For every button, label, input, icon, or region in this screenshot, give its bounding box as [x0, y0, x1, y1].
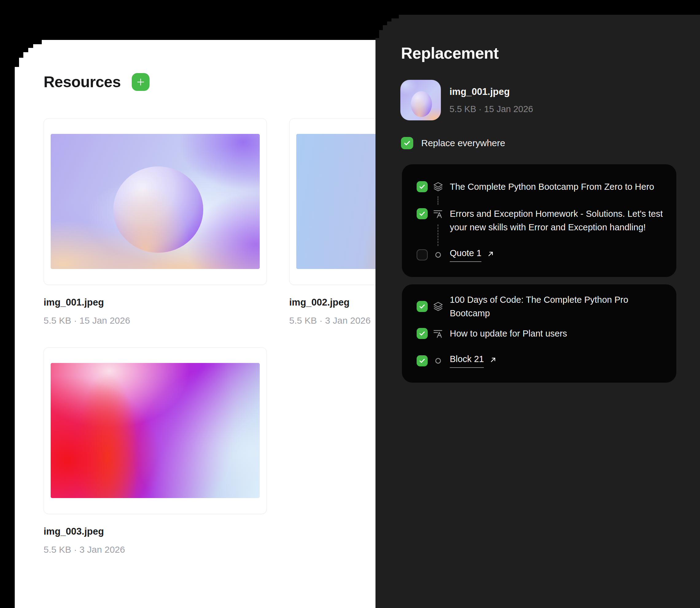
file-info: img_001.jpeg 5.5 KB · 15 Jan 2026	[449, 86, 533, 114]
row-checkbox[interactable]	[416, 249, 428, 260]
text-style-icon	[433, 328, 444, 339]
replacement-row-quote: Quote 1	[416, 248, 665, 262]
plus-icon	[136, 77, 145, 87]
row-checkbox[interactable]	[416, 208, 428, 219]
resources-header: Resources	[44, 73, 150, 91]
circle-icon	[433, 355, 444, 366]
replacement-row-lecture: Errors and Exception Homework - Solution…	[416, 207, 665, 234]
add-resource-button[interactable]	[132, 73, 150, 91]
resource-card-img-001[interactable]: img_001.jpeg 5.5 KB · 15 Jan 2026	[44, 118, 267, 326]
link-text: Quote 1	[450, 248, 481, 262]
row-text: Errors and Exception Homework - Solution…	[450, 207, 663, 234]
sphere-graphic	[113, 167, 203, 253]
row-checkbox[interactable]	[416, 355, 428, 366]
replacement-row-course: The Complete Python Bootcamp From Zero t…	[416, 180, 665, 193]
link-text: Block 21	[450, 354, 484, 368]
file-meta: 5.5 KB · 15 Jan 2026	[449, 104, 533, 114]
check-icon	[419, 357, 426, 364]
text-style-icon	[433, 208, 444, 219]
resource-image	[51, 363, 260, 498]
resource-image	[51, 134, 260, 269]
arrow-up-right-icon	[489, 356, 498, 364]
replacement-panel: Replacement img_001.jpeg 5.5 KB · 15 Jan…	[375, 15, 700, 608]
resource-thumbnail-frame	[44, 118, 267, 285]
arrow-up-right-icon	[486, 250, 495, 258]
row-checkbox[interactable]	[416, 328, 428, 339]
row-checkbox[interactable]	[416, 301, 428, 312]
row-text: The Complete Python Bootcamp From Zero t…	[450, 180, 654, 193]
check-icon	[419, 330, 426, 337]
row-checkbox[interactable]	[416, 181, 428, 192]
resource-thumbnail-frame	[44, 347, 267, 514]
row-text: How to update for Plant users	[450, 327, 567, 340]
selected-file-row: img_001.jpeg 5.5 KB · 15 Jan 2026	[400, 80, 533, 120]
resource-card-img-003[interactable]: img_003.jpeg 5.5 KB · 3 Jan 2026	[44, 347, 267, 555]
resources-title: Resources	[44, 73, 121, 91]
replacement-row-course: 100 Days of Code: The Complete Python Pr…	[416, 300, 665, 313]
replacement-group-card-2: 100 Days of Code: The Complete Python Pr…	[402, 284, 676, 383]
check-icon	[419, 303, 426, 310]
block-link[interactable]: Block 21	[450, 354, 498, 368]
layers-icon	[433, 181, 444, 192]
quote-link[interactable]: Quote 1	[450, 248, 495, 262]
check-icon	[419, 183, 426, 190]
file-name: img_001.jpeg	[449, 86, 533, 97]
check-icon	[403, 139, 411, 147]
row-text: 100 Days of Code: The Complete Python Pr…	[450, 293, 663, 320]
replace-everywhere-label: Replace everywhere	[421, 138, 505, 148]
replacement-row-lecture: How to update for Plant users	[416, 327, 665, 340]
file-thumbnail	[400, 80, 441, 120]
check-icon	[419, 210, 426, 217]
resource-meta: 5.5 KB · 15 Jan 2026	[44, 315, 267, 326]
resource-filename: img_001.jpeg	[44, 297, 267, 308]
resource-filename: img_003.jpeg	[44, 526, 267, 537]
sphere-graphic	[411, 91, 432, 117]
replace-everywhere-checkbox[interactable]	[401, 137, 413, 149]
layers-icon	[433, 301, 444, 312]
replacement-row-block: Block 21	[416, 354, 665, 367]
replacement-title: Replacement	[401, 44, 499, 62]
circle-icon	[433, 249, 444, 260]
replacement-group-card-1: The Complete Python Bootcamp From Zero t…	[402, 164, 676, 277]
connector-line	[438, 196, 439, 205]
resource-meta: 5.5 KB · 3 Jan 2026	[44, 545, 267, 555]
replace-everywhere-row[interactable]: Replace everywhere	[401, 137, 505, 149]
